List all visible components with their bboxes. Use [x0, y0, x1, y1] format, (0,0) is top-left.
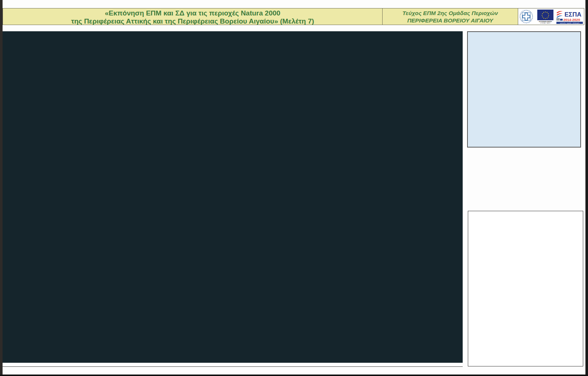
svg-text:ΕΥΡΩΠΑΪΚΟ ΤΑΜΕΙΟ: ΕΥΡΩΠΑΪΚΟ ΤΑΜΕΙΟ [540, 22, 551, 24]
svg-text:ανάπτυξη - εργασία - αλληλεγγύ: ανάπτυξη - εργασία - αλληλεγγύη [560, 22, 579, 24]
svg-text:ΕΣΠΑ: ΕΣΠΑ [564, 11, 581, 18]
svg-text:2014-2020: 2014-2020 [563, 18, 580, 22]
